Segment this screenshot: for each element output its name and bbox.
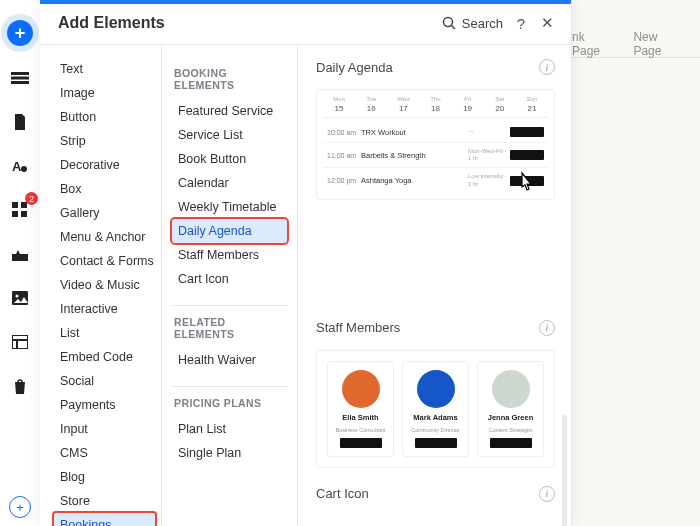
category-input[interactable]: Input: [54, 417, 155, 441]
staff-members-preview[interactable]: Ella SmithBusiness ConsultantMark AdamsC…: [316, 350, 555, 468]
category-text[interactable]: Text: [54, 57, 155, 81]
add-button-bottom-icon[interactable]: +: [9, 496, 31, 518]
category-bookings[interactable]: Bookings: [54, 513, 155, 526]
apps-badge: 2: [25, 192, 38, 205]
info-icon[interactable]: i: [539, 320, 555, 336]
close-icon[interactable]: ✕: [539, 14, 555, 32]
category-list: TextImageButtonStripDecorativeBoxGallery…: [40, 45, 162, 526]
sub-featured-service[interactable]: Featured Service: [172, 99, 287, 123]
sub-book-button[interactable]: Book Button: [172, 147, 287, 171]
sub-daily-agenda[interactable]: Daily Agenda: [172, 219, 287, 243]
svg-rect-0: [11, 72, 29, 75]
sub-weekly-timetable[interactable]: Weekly Timetable: [172, 195, 287, 219]
scrollbar[interactable]: [562, 415, 567, 526]
staff-role: Content Strategist: [488, 427, 532, 433]
staff-role: Community Director: [411, 427, 460, 433]
svg-rect-5: [12, 202, 18, 208]
avatar: [417, 370, 455, 408]
category-list[interactable]: List: [54, 321, 155, 345]
agenda-day: Mon15: [323, 96, 355, 113]
tab-new-page[interactable]: New Page: [633, 30, 688, 58]
category-interactive[interactable]: Interactive: [54, 297, 155, 321]
svg-rect-2: [11, 81, 29, 84]
preview-column: Daily Agenda i Mon15Tue16Wed17Thu18Fri19…: [298, 45, 571, 526]
group-title: RELATED ELEMENTS: [174, 316, 287, 340]
group-title: PRICING PLANS: [174, 397, 287, 409]
agenda-day: Tue16: [355, 96, 387, 113]
store-icon[interactable]: [8, 374, 32, 398]
subcategory-list: BOOKING ELEMENTSFeatured ServiceService …: [162, 45, 298, 526]
info-icon[interactable]: i: [539, 59, 555, 75]
design-icon[interactable]: A: [8, 154, 32, 178]
help-icon[interactable]: ?: [513, 15, 529, 32]
category-contact-forms[interactable]: Contact & Forms: [54, 249, 155, 273]
preview-title-cart: Cart Icon: [316, 486, 369, 501]
category-decorative[interactable]: Decorative: [54, 153, 155, 177]
add-elements-panel: Add Elements Search ? ✕ TextImageButtonS…: [40, 0, 572, 526]
staff-card: Jenna GreenContent Strategist: [477, 361, 544, 457]
category-payments[interactable]: Payments: [54, 393, 155, 417]
preview-title-daily-agenda: Daily Agenda: [316, 60, 393, 75]
book-now-button[interactable]: [415, 438, 457, 448]
category-strip[interactable]: Strip: [54, 129, 155, 153]
sub-staff-members[interactable]: Staff Members: [172, 243, 287, 267]
category-image[interactable]: Image: [54, 81, 155, 105]
editor-rail: + A 2 +: [0, 0, 40, 526]
category-gallery[interactable]: Gallery: [54, 201, 155, 225]
staff-name: Mark Adams: [413, 413, 457, 422]
category-store[interactable]: Store: [54, 489, 155, 513]
group-title: BOOKING ELEMENTS: [174, 67, 287, 91]
book-button[interactable]: [510, 127, 544, 137]
sub-health-waiver[interactable]: Health Waiver: [172, 348, 287, 372]
category-menu-anchor[interactable]: Menu & Anchor: [54, 225, 155, 249]
pointer-cursor-icon: [514, 171, 536, 197]
agenda-day: Wed17: [387, 96, 419, 113]
svg-rect-7: [12, 211, 18, 217]
category-blog[interactable]: Blog: [54, 465, 155, 489]
svg-rect-8: [21, 211, 27, 217]
page-tabs-behind: nk Page New Page: [572, 30, 700, 58]
media-icon[interactable]: [8, 286, 32, 310]
svg-rect-11: [12, 335, 28, 349]
category-social[interactable]: Social: [54, 369, 155, 393]
staff-name: Jenna Green: [488, 413, 533, 422]
sub-service-list[interactable]: Service List: [172, 123, 287, 147]
content-manager-icon[interactable]: [8, 330, 32, 354]
staff-card: Ella SmithBusiness Consultant: [327, 361, 394, 457]
svg-rect-1: [11, 77, 29, 80]
sub-calendar[interactable]: Calendar: [172, 171, 287, 195]
agenda-day: Fri19: [452, 96, 484, 113]
category-embed-code[interactable]: Embed Code: [54, 345, 155, 369]
avatar: [342, 370, 380, 408]
add-elements-icon[interactable]: +: [7, 20, 33, 46]
sub-single-plan[interactable]: Single Plan: [172, 441, 287, 465]
sub-cart-icon[interactable]: Cart Icon: [172, 267, 287, 291]
preview-title-staff: Staff Members: [316, 320, 400, 335]
staff-role: Business Consultant: [335, 427, 385, 433]
agenda-day: Sat20: [484, 96, 516, 113]
svg-point-10: [16, 295, 19, 298]
svg-text:A: A: [12, 159, 22, 174]
svg-line-15: [451, 26, 455, 30]
category-button[interactable]: Button: [54, 105, 155, 129]
search-icon: [442, 16, 456, 30]
category-cms[interactable]: CMS: [54, 441, 155, 465]
tab-link-page[interactable]: nk Page: [572, 30, 615, 58]
daily-agenda-preview[interactable]: Mon15Tue16Wed17Thu18Fri19Sat20Sun21 10:0…: [316, 89, 555, 200]
search-button[interactable]: Search: [442, 16, 503, 31]
staff-card: Mark AdamsCommunity Director: [402, 361, 469, 457]
apps-icon[interactable]: 2: [8, 198, 32, 222]
avatar: [492, 370, 530, 408]
info-icon[interactable]: i: [539, 486, 555, 502]
book-now-button[interactable]: [490, 438, 532, 448]
agenda-day: Sun21: [516, 96, 548, 113]
sections-icon[interactable]: [8, 66, 32, 90]
pages-icon[interactable]: [8, 110, 32, 134]
agenda-row: 11:00 amBarbells & StrengthMon-Wed-Fri ·…: [323, 143, 548, 168]
category-box[interactable]: Box: [54, 177, 155, 201]
category-video-music[interactable]: Video & Music: [54, 273, 155, 297]
my-business-icon[interactable]: [8, 242, 32, 266]
sub-plan-list[interactable]: Plan List: [172, 417, 287, 441]
book-button[interactable]: [510, 150, 544, 160]
book-now-button[interactable]: [340, 438, 382, 448]
